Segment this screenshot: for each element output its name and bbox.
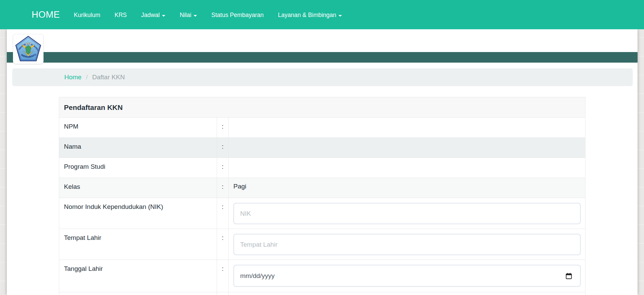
navbar-brand-home[interactable]: HOME	[32, 10, 60, 20]
chevron-down-icon	[338, 15, 342, 17]
nav-item-label: Layanan & Bimbingan	[278, 12, 336, 19]
nav-item-jadwal[interactable]: Jadwal	[134, 8, 172, 22]
row-colon: :	[217, 260, 229, 292]
top-navbar: HOME Kurikulum KRS Jadwal Nilai Status P…	[0, 0, 644, 29]
panel-title: Pendaftaran KKN	[59, 97, 585, 118]
date-placeholder: mm/dd/yyyy	[240, 272, 275, 280]
row-label	[59, 292, 217, 295]
nav-item-label: KRS	[115, 12, 127, 19]
row-colon: :	[217, 198, 229, 229]
main-content-card: UNIVERSITAS WIRALODRA INDRAMAYU Home / D…	[7, 29, 638, 295]
chevron-down-icon	[162, 15, 165, 17]
nav-item-label: Kurikulum	[74, 12, 100, 19]
university-logo: UNIVERSITAS WIRALODRA INDRAMAYU	[13, 34, 44, 64]
row-label: Tanggal Lahir	[59, 260, 217, 292]
breadcrumb: Home / Daftar KKN	[12, 68, 633, 86]
nav-item-kurikulum[interactable]: Kurikulum	[67, 8, 108, 22]
nav-item-layanan-bimbingan[interactable]: Layanan & Bimbingan	[271, 8, 349, 22]
breadcrumb-separator: /	[86, 73, 88, 81]
nav-item-label: Jadwal	[141, 12, 160, 19]
table-row-program-studi: Program Studi :	[59, 158, 585, 178]
calendar-icon[interactable]	[565, 272, 573, 280]
row-label: Kelas	[59, 178, 217, 198]
nav-item-label: Nilai	[180, 12, 191, 19]
table-row-nik: Nomor Induk Kependudukan (NIK) :	[59, 198, 585, 229]
row-label: Nomor Induk Kependudukan (NIK)	[59, 198, 217, 229]
breadcrumb-current: Daftar KKN	[92, 73, 125, 81]
row-colon: :	[217, 229, 229, 260]
row-value	[229, 158, 585, 178]
pendaftaran-kkn-panel: Pendaftaran KKN NPM : Nama : Program Stu…	[59, 97, 585, 295]
row-label: NPM	[59, 118, 217, 137]
row-label: Nama	[59, 138, 217, 158]
nav-item-krs[interactable]: KRS	[108, 8, 134, 22]
breadcrumb-home-link[interactable]: Home	[64, 73, 82, 81]
row-label: Program Studi	[59, 158, 217, 178]
row-value	[229, 292, 585, 295]
table-row-tempat-lahir: Tempat Lahir :	[59, 229, 585, 260]
navbar-items: Kurikulum KRS Jadwal Nilai Status Pembay…	[67, 8, 349, 22]
nav-item-label: Status Pembayaran	[211, 12, 264, 19]
row-value: Pagi	[229, 178, 585, 198]
row-colon: :	[217, 158, 229, 178]
nik-input[interactable]	[233, 203, 581, 224]
row-colon: :	[217, 178, 229, 198]
row-colon: :	[217, 138, 229, 158]
nav-item-nilai[interactable]: Nilai	[172, 8, 204, 22]
table-row-tanggal-lahir: Tanggal Lahir : mm/dd/yyyy	[59, 260, 585, 292]
table-row-kelas: Kelas : Pagi	[59, 178, 585, 198]
table-row-next-partial	[59, 292, 585, 295]
nav-item-status-pembayaran[interactable]: Status Pembayaran	[204, 8, 271, 22]
header-accent-bar	[7, 52, 638, 63]
chevron-down-icon	[194, 15, 197, 17]
tempat-lahir-input[interactable]	[233, 234, 581, 255]
row-colon: :	[217, 118, 229, 137]
row-colon	[217, 292, 229, 295]
row-value	[229, 138, 585, 158]
table-row-nama: Nama :	[59, 138, 585, 158]
universitas-wiralodra-logo-icon: UNIVERSITAS WIRALODRA INDRAMAYU	[15, 36, 42, 62]
row-value	[229, 118, 585, 137]
row-label: Tempat Lahir	[59, 229, 217, 260]
tanggal-lahir-date-input[interactable]: mm/dd/yyyy	[233, 265, 581, 287]
table-row-npm: NPM :	[59, 118, 585, 138]
page-content: Pendaftaran KKN NPM : Nama : Program Stu…	[7, 97, 638, 295]
